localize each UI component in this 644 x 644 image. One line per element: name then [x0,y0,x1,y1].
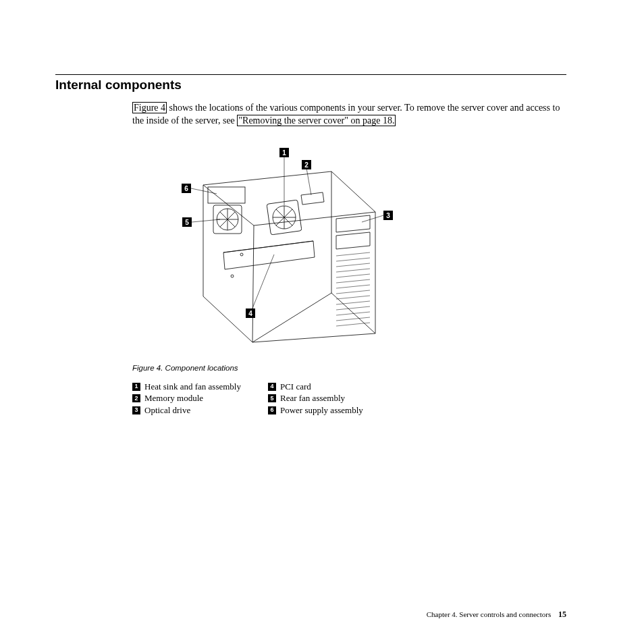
svg-line-12 [191,188,217,194]
server-diagram-svg: 1 2 3 4 5 6 [132,141,429,350]
footer-page-number: 15 [558,610,566,619]
legend-num: 3 [132,406,140,414]
svg-point-6 [240,253,243,256]
legend-num: 1 [132,383,140,391]
callout-6: 6 [184,185,188,192]
legend-label: Heat sink and fan assembly [144,381,241,392]
legend-label: Power supply assembly [280,405,363,416]
legend-item: 2Memory module [132,393,241,404]
legend-label: PCI card [280,381,311,392]
legend-label: Optical drive [144,405,190,416]
footer-chapter: Chapter 4. Server controls and connector… [427,610,552,618]
legend-num: 4 [268,383,276,391]
body-paragraph: Figure 4 shows the locations of the vari… [132,102,566,128]
legend-label: Rear fan assembly [280,393,345,404]
figure-caption: Figure 4. Component locations [132,364,566,372]
section-heading: Internal components [55,78,566,92]
svg-line-8 [306,168,311,195]
figure-ref-link[interactable]: Figure 4 [132,102,167,113]
legend-num: 5 [268,394,276,402]
legend-item: 1Heat sink and fan assembly [132,381,241,392]
legend-col-left: 1Heat sink and fan assembly 2Memory modu… [132,381,241,416]
legend-label: Memory module [144,393,203,404]
legend-item: 6Power supply assembly [268,405,363,416]
svg-line-10 [250,254,274,313]
svg-rect-2 [208,187,245,203]
callout-3: 3 [386,212,390,219]
callout-5: 5 [185,219,189,226]
callout-2: 2 [304,161,308,169]
cross-ref-link[interactable]: "Removing the server cover" on page 18. [237,115,396,126]
legend-num: 2 [132,394,140,402]
legend-item: 4PCI card [268,381,363,392]
callout-1: 1 [282,149,286,157]
page-footer: Chapter 4. Server controls and connector… [427,610,566,620]
svg-line-11 [192,219,220,222]
legend: 1Heat sink and fan assembly 2Memory modu… [132,381,566,416]
svg-line-9 [362,215,383,222]
svg-point-5 [231,275,234,277]
figure-4: 1 2 3 4 5 6 [132,141,429,350]
section-rule [55,74,566,75]
legend-item: 3Optical drive [132,405,241,416]
legend-col-right: 4PCI card 5Rear fan assembly 6Power supp… [268,381,363,416]
callout-4: 4 [248,310,252,317]
legend-item: 5Rear fan assembly [268,393,363,404]
legend-num: 6 [268,406,276,414]
